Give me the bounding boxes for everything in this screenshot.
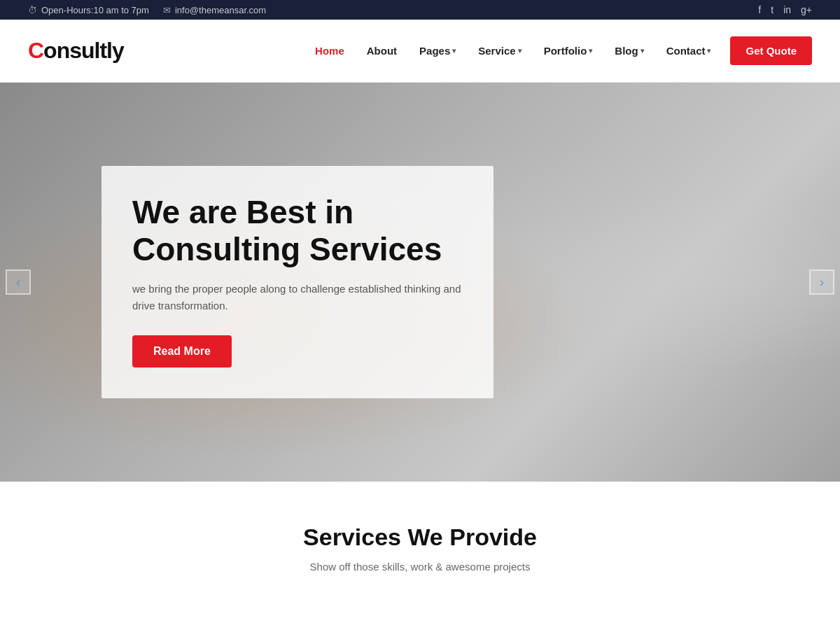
facebook-icon[interactable]: f (758, 4, 761, 15)
top-bar-left: ⏱ Open-Hours:10 am to 7pm ✉ info@themean… (28, 5, 266, 15)
open-hours-item: ⏱ Open-Hours:10 am to 7pm (28, 5, 149, 15)
chevron-down-icon: ▾ (589, 47, 592, 55)
services-section: Services We Provide Show off those skill… (0, 482, 840, 601)
twitter-icon[interactable]: t (771, 4, 774, 15)
social-links: f t in g+ (758, 4, 812, 15)
logo-rest: onsultly (43, 38, 124, 63)
services-title: Services We Provide (28, 524, 812, 551)
email-item: ✉ info@themeansar.com (163, 5, 266, 15)
chevron-down-icon: ▾ (640, 47, 644, 55)
arrow-right-icon: › (820, 275, 824, 290)
slider-next-button[interactable]: › (809, 270, 834, 295)
services-subtitle: Show off those skills, work & awesome pr… (28, 561, 812, 573)
nav-item-portfolio[interactable]: Portfolio ▾ (534, 39, 603, 62)
logo-c: C (28, 38, 43, 63)
hero-section: ‹ › We are Best in Consulting Services w… (0, 83, 840, 482)
nav-item-home[interactable]: Home (305, 39, 354, 62)
hero-subtitle: we bring the proper people along to chal… (132, 281, 463, 314)
nav-item-pages[interactable]: Pages ▾ (410, 39, 465, 62)
chevron-down-icon: ▾ (518, 47, 522, 55)
main-nav: Home About Pages ▾ Service ▾ Portfolio ▾… (305, 36, 812, 65)
clock-icon: ⏱ (28, 5, 37, 15)
hero-content-box: We are Best in Consulting Services we br… (102, 166, 493, 398)
arrow-left-icon: ‹ (16, 275, 20, 290)
hero-title: We are Best in Consulting Services (132, 194, 463, 268)
email-text: info@themeansar.com (175, 5, 266, 15)
slider-prev-button[interactable]: ‹ (6, 270, 31, 295)
open-hours-text: Open-Hours:10 am to 7pm (41, 5, 149, 15)
nav-item-contact[interactable]: Contact ▾ (657, 39, 721, 62)
nav-item-blog[interactable]: Blog ▾ (605, 39, 653, 62)
nav-item-service[interactable]: Service ▾ (468, 39, 531, 62)
email-icon: ✉ (163, 5, 171, 15)
nav-item-about[interactable]: About (357, 39, 407, 62)
chevron-down-icon: ▾ (452, 47, 456, 55)
read-more-button[interactable]: Read More (132, 335, 232, 368)
googleplus-icon[interactable]: g+ (801, 4, 812, 15)
top-bar: ⏱ Open-Hours:10 am to 7pm ✉ info@themean… (0, 0, 840, 20)
get-quote-button[interactable]: Get Quote (730, 36, 812, 65)
header: Consultly Home About Pages ▾ Service ▾ P… (0, 20, 840, 83)
linkedin-icon[interactable]: in (783, 4, 791, 15)
chevron-down-icon: ▾ (707, 47, 710, 55)
logo[interactable]: Consultly (28, 38, 124, 64)
